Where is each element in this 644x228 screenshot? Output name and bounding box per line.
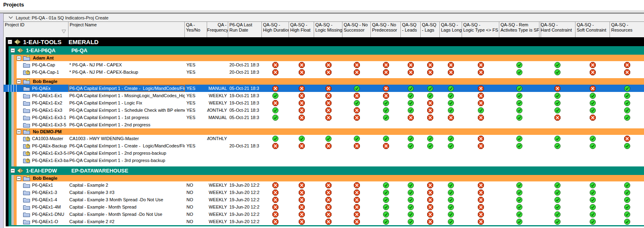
cell-last-run-date: 19-Jun-20 12:2: [228, 203, 262, 211]
column-header-last_run[interactable]: P6-QA Last Run Date: [228, 22, 262, 37]
red-x-icon: [354, 211, 360, 217]
cell-indicator-i12: [610, 85, 644, 92]
project-row-P6-QAEx1-4[interactable]: P6-QAEx1-4Capital - Example 3 Month Spre…: [4, 196, 644, 203]
folder-icon: [23, 122, 30, 128]
cell-indicator-i11: [576, 142, 610, 149]
column-header-i4[interactable]: QA-SQ - No Predecessor: [371, 22, 401, 37]
collapse-minus-icon[interactable]: [17, 176, 21, 181]
red-x-icon: [478, 182, 484, 188]
cell-last-run-date: [228, 135, 262, 142]
green-check-icon: [448, 197, 454, 203]
layout-options-bar[interactable]: Layout: P6-QA - 01a SQ Indicators-Proj C…: [4, 13, 644, 21]
group-indent-stripe: [6, 196, 9, 203]
green-check-icon: [383, 136, 389, 142]
chevron-down-icon[interactable]: [9, 16, 13, 19]
collapse-minus-icon[interactable]: [11, 168, 15, 173]
project-row-P6-QAEx1[interactable]: P6-QAEx1Capital - Example 2NOWEEKLY19-Ju…: [4, 181, 644, 189]
eps-band-1-EAI-TOOLS[interactable]: 1-EAI-TOOLSEMERALD: [4, 37, 644, 46]
eps-band-1-EAI-P6QA[interactable]: 1-EAI-P6QAP6-QA: [4, 46, 644, 55]
project-row-P6-QAEx1-DNU[interactable]: P6-QAEx1-DNUCapital - Example - Month Sp…: [4, 211, 644, 218]
group-indent-stripe: [14, 61, 17, 68]
column-header-project_id[interactable]: Project ID: [4, 22, 68, 37]
project-row-P6-QAEx1-Ex3-5[interactable]: P6-QAEx1-Ex3-5P6-QA Capital ExImport 1 -…: [4, 121, 644, 128]
cell-project-name: Capital - Example 2: [68, 181, 185, 189]
collapse-minus-icon[interactable]: [17, 79, 21, 84]
column-header-i6[interactable]: QA-SQ - Lags: [421, 22, 440, 37]
cell-indicator-i9: [499, 218, 539, 225]
group-indent-stripe: [14, 149, 17, 157]
green-check-icon: [554, 182, 561, 188]
folder-icon: [23, 205, 30, 210]
band-label: Adam Ant: [33, 55, 54, 60]
green-check-icon: [383, 190, 389, 196]
cell-indicator-i1: [289, 142, 314, 149]
project-row-P6-QAEx1-Ex2[interactable]: P6-QAEx1-Ex2P6-QA Capital ExImport 1 - L…: [4, 99, 644, 107]
project-row-P6-QAEx1-Ex3-1[interactable]: P6-QAEx1-Ex3-1P6-QA Capital ExImport 1 -…: [4, 114, 644, 121]
red-x-icon: [299, 115, 305, 121]
cell-indicator-i2: [314, 149, 342, 157]
collapse-minus-icon[interactable]: [17, 56, 21, 60]
cell-qa-frequency: WEEKLY: [207, 203, 228, 211]
group-indent-stripe: [14, 68, 17, 76]
collapse-minus-icon[interactable]: [17, 130, 21, 134]
cell-project-id: P6-QAEx1-4M: [17, 203, 68, 211]
project-row-P6-QAEx[interactable]: P6-QAExP6-QA Capital ExImport 1 - Create…: [4, 85, 644, 92]
cell-indicator-i1: [289, 211, 314, 218]
group-indent-stripe: [9, 85, 11, 92]
owner-band-bob-beagle[interactable]: Bob Beagle: [4, 78, 644, 85]
column-header-i0[interactable]: QA-SQ - High Duration: [262, 22, 289, 37]
collapse-minus-icon[interactable]: [8, 40, 12, 44]
project-row-P6-QAEx1-Ex3[interactable]: P6-QAEx1-Ex3P6-QA Capital ExImport 1 - S…: [4, 107, 644, 114]
red-x-icon: [590, 69, 596, 75]
folder-question-icon: ?: [23, 136, 30, 141]
project-row-P6-QA-Cap[interactable]: P6-QA-Cap* P6-QA - NJ PM - CAPEXYES20-Oc…: [4, 61, 644, 68]
group-indent-stripe: [14, 218, 17, 225]
project-row-P6-QAEx1-O[interactable]: P6-QAEx1-OCapital - Example 2 #2NOWEEKLY…: [4, 218, 644, 225]
column-header-i3[interactable]: QA-SQ - No Successor: [342, 22, 371, 37]
red-x-icon: [325, 219, 332, 225]
red-x-icon: [478, 69, 484, 75]
red-x-icon: [383, 85, 389, 92]
project-row-P6-QAEx1-Ex1[interactable]: P6-QAEx1-Ex1P6-QA Capital ExImport 1 - M…: [4, 92, 644, 99]
column-header-i8[interactable]: QA-SQ - Logic Type <> FS: [462, 22, 499, 37]
green-check-icon: [383, 219, 389, 225]
project-row-CA1003-Master[interactable]: ?CA1003-MasterCA1003 - HWY WIDENING-Mast…: [4, 135, 644, 142]
collapse-minus-icon[interactable]: [11, 48, 15, 53]
column-header-project_name[interactable]: Project Name: [68, 22, 185, 37]
column-header-i5[interactable]: QA-SQ - Leads: [401, 22, 421, 37]
column-header-i10[interactable]: QA-SQ - Hard Constraint: [539, 22, 576, 37]
red-x-icon: [590, 62, 596, 68]
red-x-icon: [325, 211, 332, 217]
column-header-i2[interactable]: QA-SQ - Logic Missing: [314, 22, 342, 37]
project-id-text: CA1003-Master: [32, 136, 63, 141]
group-indent-stripe: [6, 78, 9, 85]
cell-last-run-date: [228, 121, 262, 128]
column-header-frequency[interactable]: QA - Frequency: [207, 22, 228, 37]
project-row-P6-QAEx1-Ex3-back[interactable]: ?P6-QAEx1-Ex3-backP6-QA Capital ExImport…: [4, 157, 644, 164]
owner-band-adam-ant[interactable]: Adam Ant: [4, 55, 644, 61]
group-indent-stripe: [6, 225, 9, 226]
project-id-text: P6-QAEx1-Ex2: [32, 100, 62, 105]
project-row-P6-QAEx-Backup[interactable]: ?P6-QAEx-BackupP6-QA Capital ExImport 1 …: [4, 142, 644, 149]
red-x-icon: [427, 69, 433, 75]
cell-indicator-i0: [262, 114, 289, 121]
project-row-P6-QA-Cap-1[interactable]: ?P6-QA-Cap-1* P6-QA - NJ PM - CAPEX-Back…: [4, 68, 644, 76]
column-header-i11[interactable]: QA-SQ - Soft Constraint: [576, 22, 610, 37]
red-x-icon: [354, 190, 360, 196]
cell-indicator-i1: [289, 61, 314, 68]
project-row-P6-QAEx1-3[interactable]: P6-QAEx1-3Capital - Example 3 #3NOWEEKLY…: [4, 189, 644, 196]
project-row-P6-QAEx1-Ex3-5-bac[interactable]: ?P6-QAEx1-Ex3-5-bacP6-QA Capital ExImpor…: [4, 149, 644, 157]
column-header-i7[interactable]: QA-SQ - Lags Long: [440, 22, 462, 37]
cell-indicator-i8: [462, 157, 499, 164]
column-header-i1[interactable]: QA-SQ - High Float: [289, 22, 314, 37]
eps-band-1-EAI-EPDW[interactable]: 1-EAI-EPDWEP-DATAWAREHOUSE: [4, 166, 644, 175]
owner-band-no-demo-pm[interactable]: No DEMO-PM: [4, 128, 644, 135]
cell-indicator-i5: [401, 92, 421, 99]
owner-band-bob-beagle[interactable]: Bob Beagle: [4, 175, 644, 181]
column-header-qa[interactable]: QA - Yes/No: [185, 22, 207, 37]
group-indent-stripe: [6, 55, 9, 61]
cell-indicator-i11: [576, 211, 610, 218]
project-row-P6-QAEx1-4M[interactable]: P6-QAEx1-4MCapital - Example - Month Spr…: [4, 203, 644, 211]
column-header-i9[interactable]: QA-SQ - Rem Activites Type is SF: [499, 22, 539, 37]
column-header-i12[interactable]: QA-SQ - Resources: [610, 22, 644, 37]
